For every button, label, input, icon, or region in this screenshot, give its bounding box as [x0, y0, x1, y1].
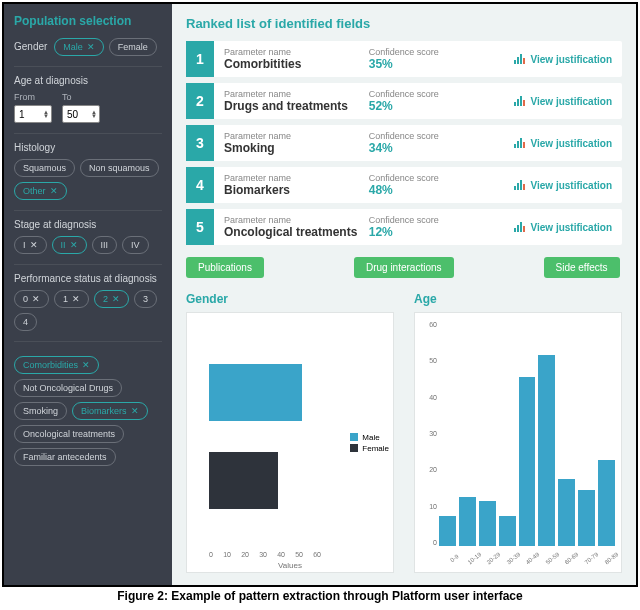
stage-option[interactable]: II✕ — [52, 236, 87, 254]
param-value: Comorbitities — [224, 57, 369, 71]
legend-label: Female — [362, 444, 389, 453]
svg-rect-12 — [514, 186, 516, 190]
app-frame: Population selection Gender Male✕ Female… — [2, 2, 638, 587]
sidebar-title: Population selection — [14, 14, 162, 28]
view-justification-link[interactable]: View justification — [514, 96, 613, 107]
svg-rect-0 — [514, 60, 516, 64]
age-bar — [459, 497, 476, 546]
extra-option[interactable]: Biomarkers✕ — [72, 402, 148, 420]
drug-interactions-button[interactable]: Drug interactions — [354, 257, 454, 278]
svg-rect-7 — [523, 100, 525, 106]
gender-option-male[interactable]: Male✕ — [54, 38, 104, 56]
gender-option-female[interactable]: Female — [109, 38, 157, 56]
rank-row: 3Parameter nameSmokingConfidence score34… — [186, 125, 622, 161]
conf-label: Confidence score — [369, 47, 514, 57]
view-justification-link[interactable]: View justification — [514, 54, 613, 65]
age-chart-title: Age — [414, 292, 622, 306]
publications-button[interactable]: Publications — [186, 257, 264, 278]
gender-chart-box: MaleFemale 0102030405060 Values — [186, 312, 394, 573]
gender-xlabel: Values — [187, 561, 393, 570]
performance-option[interactable]: 3 — [134, 290, 157, 308]
svg-rect-6 — [520, 96, 522, 106]
close-icon[interactable]: ✕ — [32, 294, 40, 304]
close-icon[interactable]: ✕ — [30, 240, 38, 250]
age-bar — [519, 377, 536, 546]
close-icon[interactable]: ✕ — [131, 406, 139, 416]
age-chart-box: 6050403020100 0-910-1920-2930-3940-4950-… — [414, 312, 622, 573]
gender-chart-title: Gender — [186, 292, 394, 306]
section-histology: Histology SquamousNon squamousOther✕ — [14, 133, 162, 200]
close-icon[interactable]: ✕ — [70, 240, 78, 250]
param-value: Drugs and treatments — [224, 99, 369, 113]
age-bar — [479, 501, 496, 546]
conf-value: 48% — [369, 183, 514, 197]
histology-option[interactable]: Squamous — [14, 159, 75, 177]
stage-option[interactable]: III — [92, 236, 118, 254]
rank-number: 2 — [186, 83, 214, 119]
conf-label: Confidence score — [369, 215, 514, 225]
close-icon[interactable]: ✕ — [87, 42, 95, 52]
conf-label: Confidence score — [369, 173, 514, 183]
svg-rect-17 — [517, 225, 519, 232]
sidebar: Population selection Gender Male✕ Female… — [4, 4, 172, 585]
view-justification-link[interactable]: View justification — [514, 222, 613, 233]
param-value: Smoking — [224, 141, 369, 155]
rank-row: 4Parameter nameBiomarkersConfidence scor… — [186, 167, 622, 203]
extra-option[interactable]: Smoking — [14, 402, 67, 420]
view-justification-link[interactable]: View justification — [514, 180, 613, 191]
performance-option[interactable]: 2✕ — [94, 290, 129, 308]
stepper-icon[interactable]: ▲▼ — [43, 110, 49, 118]
view-justification-link[interactable]: View justification — [514, 138, 613, 149]
close-icon[interactable]: ✕ — [112, 294, 120, 304]
rank-row: 2Parameter nameDrugs and treatmentsConfi… — [186, 83, 622, 119]
stage-option[interactable]: IV — [122, 236, 149, 254]
performance-option[interactable]: 1✕ — [54, 290, 89, 308]
histology-option[interactable]: Non squamous — [80, 159, 159, 177]
stepper-icon[interactable]: ▲▼ — [91, 110, 97, 118]
rank-row: 1Parameter nameComorbititiesConfidence s… — [186, 41, 622, 77]
section-gender: Gender Male✕ Female — [14, 38, 162, 56]
age-label: Age at diagnosis — [14, 75, 162, 86]
close-icon[interactable]: ✕ — [72, 294, 80, 304]
side-effects-button[interactable]: Side effects — [544, 257, 620, 278]
histology-label: Histology — [14, 142, 162, 153]
param-label: Parameter name — [224, 173, 369, 183]
svg-rect-5 — [517, 99, 519, 106]
extra-option[interactable]: Not Oncological Drugs — [14, 379, 122, 397]
histology-option[interactable]: Other✕ — [14, 182, 67, 200]
main-title: Ranked list of identified fields — [186, 16, 622, 31]
param-label: Parameter name — [224, 215, 369, 225]
gender-label: Gender — [14, 41, 47, 52]
section-age: Age at diagnosis From 1▲▼ To 50▲▼ — [14, 66, 162, 123]
close-icon[interactable]: ✕ — [50, 186, 58, 196]
stage-option[interactable]: I✕ — [14, 236, 47, 254]
svg-rect-13 — [517, 183, 519, 190]
svg-rect-3 — [523, 58, 525, 64]
performance-option[interactable]: 0✕ — [14, 290, 49, 308]
svg-rect-8 — [514, 144, 516, 148]
bar-chart-icon — [514, 96, 526, 106]
bar-chart-icon — [514, 138, 526, 148]
age-to-input[interactable]: 50▲▼ — [62, 105, 100, 123]
svg-rect-4 — [514, 102, 516, 106]
extra-option[interactable]: Comorbidities✕ — [14, 356, 99, 374]
conf-value: 52% — [369, 99, 514, 113]
age-bar — [439, 516, 456, 546]
age-to-label: To — [62, 92, 100, 102]
rank-number: 1 — [186, 41, 214, 77]
performance-option[interactable]: 4 — [14, 313, 37, 331]
extra-option[interactable]: Oncological treatments — [14, 425, 124, 443]
gender-chart: Gender MaleFemale 0102030405060 Values — [186, 292, 394, 573]
age-from-input[interactable]: 1▲▼ — [14, 105, 52, 123]
charts-row: Gender MaleFemale 0102030405060 Values A… — [186, 292, 622, 573]
extra-option[interactable]: Familiar antecedents — [14, 448, 116, 466]
svg-rect-1 — [517, 57, 519, 64]
gender-bar — [209, 452, 278, 509]
gender-legend: MaleFemale — [350, 431, 389, 455]
close-icon[interactable]: ✕ — [82, 360, 90, 370]
rank-number: 4 — [186, 167, 214, 203]
section-performance: Performance status at diagnosis 0✕1✕2✕34 — [14, 264, 162, 331]
param-label: Parameter name — [224, 131, 369, 141]
age-bar — [538, 355, 555, 546]
age-bar — [578, 490, 595, 546]
